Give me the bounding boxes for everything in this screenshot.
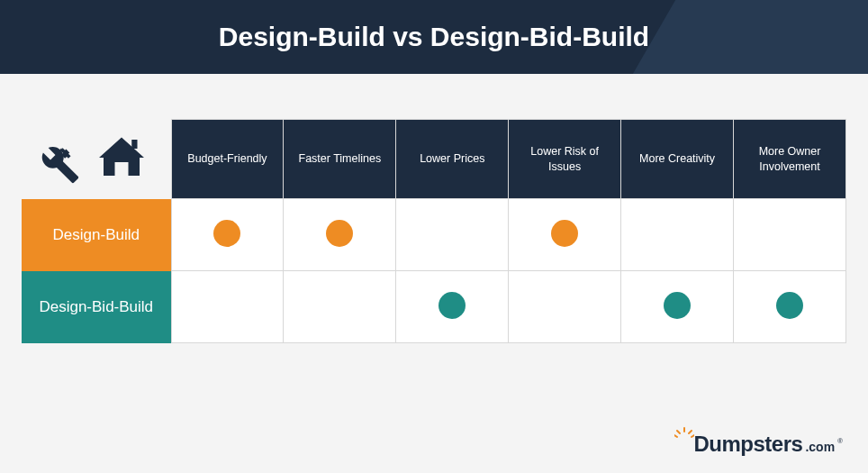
row-label-1: Design-Bid-Build [22, 271, 171, 343]
comparison-table: Budget-Friendly Faster Timelines Lower P… [22, 119, 846, 343]
dot-icon [664, 292, 691, 319]
table-row: Design-Build [22, 199, 846, 271]
svg-line-2 [677, 431, 680, 433]
cell-0-2 [396, 199, 509, 271]
col-header-0: Budget-Friendly [171, 120, 284, 199]
page-header: Design-Build vs Design-Bid-Build [0, 0, 868, 74]
svg-line-1 [674, 435, 677, 437]
row-label-0: Design-Build [22, 199, 171, 271]
dot-icon [213, 220, 240, 247]
cell-1-5 [734, 271, 846, 343]
cell-0-4 [621, 199, 734, 271]
cell-0-0 [171, 199, 284, 271]
footer-logo: Dumpsters .com ® [673, 432, 843, 457]
comparison-table-wrapper: Budget-Friendly Faster Timelines Lower P… [0, 74, 868, 343]
col-header-1: Faster Timelines [284, 120, 396, 199]
svg-line-4 [689, 431, 692, 433]
table-body: Design-BuildDesign-Bid-Build [22, 199, 846, 343]
header-icon-cell [22, 120, 171, 199]
cell-1-0 [171, 271, 284, 343]
cell-0-3 [509, 199, 621, 271]
col-header-5: More Owner Involvement [734, 120, 846, 199]
page-title: Design-Build vs Design-Bid-Build [219, 22, 649, 52]
col-header-2: Lower Prices [396, 120, 509, 199]
logo-registered: ® [837, 437, 843, 445]
logo-suffix: .com [805, 440, 835, 454]
dot-icon [439, 292, 466, 319]
cell-0-1 [284, 199, 396, 271]
dot-icon [326, 220, 353, 247]
cell-1-3 [509, 271, 621, 343]
dot-icon [551, 220, 578, 247]
svg-line-5 [692, 435, 694, 437]
table-row: Design-Bid-Build [22, 271, 846, 343]
tools-icon [41, 145, 80, 188]
dot-icon [776, 292, 803, 319]
svg-rect-0 [131, 140, 137, 149]
sunburst-icon [674, 426, 694, 442]
logo-brand: Dumpsters [694, 432, 803, 457]
cell-1-1 [284, 271, 396, 343]
col-header-4: More Creativity [621, 120, 734, 199]
cell-1-2 [396, 271, 509, 343]
cell-0-5 [734, 199, 846, 271]
col-header-3: Lower Risk of Issues [509, 120, 621, 199]
house-icon [91, 131, 152, 188]
cell-1-4 [621, 271, 734, 343]
